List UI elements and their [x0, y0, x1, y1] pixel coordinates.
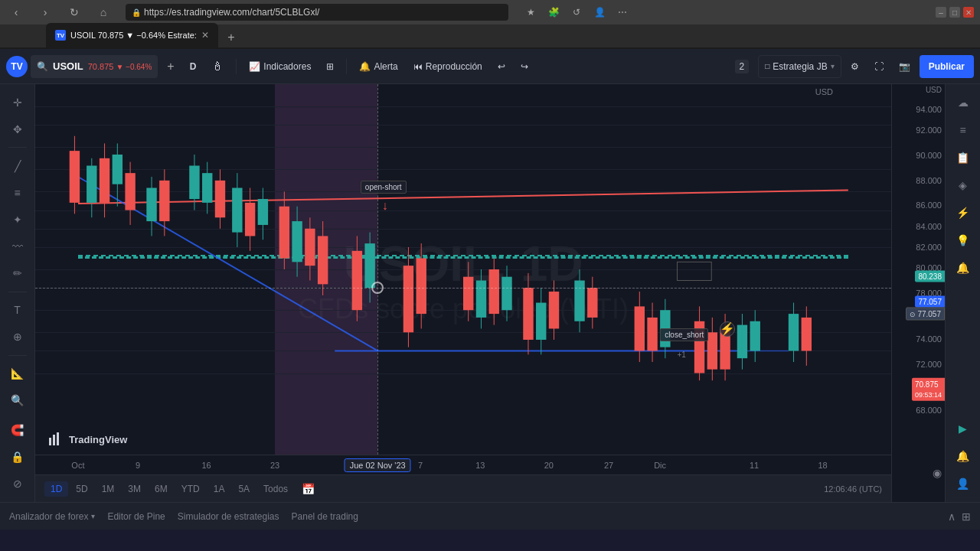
expand-bottom-button[interactable]: ∧	[948, 510, 956, 523]
tool-move[interactable]: ✥	[5, 117, 30, 141]
rs-users[interactable]: 👤	[951, 471, 975, 496]
main-content: ✛ ✥ ╱ ≡ ✦ 〰 ✏ T ⊕ 📐 🔍 🧲 🔒 ⊘ USOIL, 1D	[0, 84, 980, 502]
grid-line-2	[35, 125, 891, 126]
tf-5a[interactable]: 5A	[232, 481, 256, 497]
rs-layers[interactable]: ◈	[951, 173, 975, 197]
tf-all[interactable]: Todos	[257, 481, 294, 497]
date-label-11: 11	[750, 461, 759, 470]
tool-brush[interactable]: ✏	[5, 261, 30, 285]
strategy-icon: ⚡	[720, 321, 735, 337]
bookmark-icon[interactable]: ★	[521, 2, 541, 22]
rs-ideas[interactable]: ⚡	[951, 201, 975, 225]
date-label-7: 7	[418, 461, 423, 470]
nav-reload-button[interactable]: ↻	[64, 2, 84, 22]
fullscreen-button[interactable]: ⛶	[868, 55, 890, 78]
grid-line-12	[35, 332, 891, 333]
tf-3m[interactable]: 3M	[122, 481, 147, 497]
rs-bell[interactable]: 🔔	[951, 444, 975, 468]
tool-zoom[interactable]: 🔍	[5, 389, 30, 412]
layout-toggle-button[interactable]: ⊞	[962, 510, 971, 523]
timeframe-button[interactable]: D	[184, 55, 203, 78]
tf-ytd[interactable]: YTD	[175, 481, 206, 497]
nav-back-button[interactable]: ‹	[6, 2, 26, 22]
publish-button[interactable]: Publicar	[920, 55, 974, 78]
price-axis-68: 68.000	[916, 406, 942, 415]
active-tab[interactable]: TV USOIL 70.875 ▼ −0.64% Estrate: ✕	[46, 23, 218, 47]
settings-button[interactable]: ⚙	[844, 55, 865, 78]
price-axis-86: 86.000	[916, 201, 942, 210]
svg-rect-19	[202, 173, 212, 203]
rs-alerts[interactable]: ☁	[951, 90, 975, 115]
chart-type-button[interactable]: 🕯	[205, 55, 230, 78]
currency-label: USD	[815, 87, 833, 96]
extensions-icon[interactable]: 🧩	[544, 2, 564, 22]
tool-measure[interactable]: 📐	[5, 362, 30, 386]
svg-rect-25	[245, 203, 255, 236]
date-label-9: 9	[136, 461, 140, 470]
tool-fib[interactable]: 〰	[5, 234, 30, 258]
tf-1m[interactable]: 1M	[96, 481, 121, 497]
profile-icon[interactable]: 👤	[590, 2, 609, 22]
tf-1a[interactable]: 1A	[207, 481, 231, 497]
add-button[interactable]: +	[161, 55, 180, 78]
rs-calendar[interactable]: 📋	[951, 145, 975, 170]
grid-line-11	[35, 310, 891, 311]
window-minimize-button[interactable]: –	[936, 7, 946, 18]
alert-button[interactable]: 🔔 Alerta	[353, 55, 403, 78]
undo-button[interactable]: ↩	[492, 55, 511, 78]
strategy-simulator-button[interactable]: Simulador de estrategias	[178, 511, 279, 522]
layout-button[interactable]: ⊞	[320, 55, 340, 78]
screenshot-button[interactable]: 📷	[893, 55, 916, 78]
tool-crosshair[interactable]: ✛	[5, 90, 30, 114]
indicators-button[interactable]: 📈 Indicadores	[243, 55, 317, 78]
svg-rect-83	[678, 262, 712, 280]
tool-text[interactable]: T	[5, 298, 30, 321]
price-badge-green: 80.238	[915, 271, 945, 282]
forex-analyzer-button[interactable]: Analizador de forex ▾	[9, 511, 95, 522]
trading-panel-button[interactable]: Panel de trading	[292, 511, 358, 522]
bottom-bar: Analizador de forex ▾ Editor de Pine Sim…	[0, 502, 980, 530]
custom-range-button[interactable]: 📅	[296, 481, 321, 497]
address-bar[interactable]: 🔒 https://es.tradingview.com/chart/5CLBL…	[126, 4, 508, 21]
open-short-arrow: ↓	[382, 199, 388, 213]
window-close-button[interactable]: ✕	[963, 7, 974, 18]
num-display: 2	[735, 60, 750, 73]
nav-home-button[interactable]: ⌂	[93, 2, 113, 22]
more-icon[interactable]: ⋯	[612, 2, 632, 22]
redo-button[interactable]: ↪	[514, 55, 534, 78]
svg-rect-59	[574, 281, 584, 321]
rs-notifications[interactable]: 🔔	[951, 256, 975, 280]
svg-rect-17	[189, 165, 199, 199]
replay-button[interactable]: ⏮ Reproducción	[407, 55, 488, 78]
tool-magnet[interactable]: 🧲	[5, 419, 30, 442]
strategy-selector[interactable]: □ Estrategia JB ▾	[758, 55, 841, 78]
rs-lightbulb[interactable]: 💡	[951, 228, 975, 253]
trading-panel-label: Panel de trading	[292, 511, 358, 522]
tf-6m[interactable]: 6M	[149, 481, 174, 497]
tf-5d[interactable]: 5D	[70, 481, 93, 497]
tool-settings[interactable]: ⊘	[5, 472, 30, 496]
tool-icons[interactable]: ⊕	[5, 325, 30, 349]
svg-rect-13	[146, 188, 156, 222]
chart-canvas[interactable]: USOIL, 1D CFDs sobre petróleo (WTI)	[35, 84, 891, 455]
window-maximize-button[interactable]: □	[949, 7, 960, 18]
tool-horizontal[interactable]: ≡	[5, 181, 30, 204]
tool-shapes[interactable]: ✦	[5, 207, 30, 231]
tab-title: USOIL 70.875 ▼ −0.64% Estrate:	[70, 31, 197, 40]
tool-lock[interactable]: 🔒	[5, 445, 30, 469]
rs-watchlist[interactable]: ≡	[951, 118, 975, 142]
tool-trendline[interactable]: ╱	[5, 154, 30, 178]
sync-icon[interactable]: ↺	[567, 2, 586, 22]
tab-close-icon[interactable]: ✕	[201, 30, 209, 41]
tf-1d[interactable]: 1D	[44, 481, 68, 497]
grid-line-3	[35, 147, 891, 148]
tv-logo[interactable]: TV	[6, 56, 28, 77]
bottom-right: ∧ ⊞	[948, 510, 971, 523]
nav-forward-button[interactable]: ›	[35, 2, 55, 22]
scroll-indicator[interactable]: ◉	[933, 467, 942, 479]
rs-play[interactable]: ▶	[951, 416, 975, 441]
symbol-search[interactable]: 🔍 USOIL 70.875 ▼ −0.64%	[31, 55, 158, 78]
new-tab-button[interactable]: +	[221, 28, 241, 47]
date-label-16: 16	[201, 461, 211, 470]
pine-editor-button[interactable]: Editor de Pine	[107, 511, 165, 522]
